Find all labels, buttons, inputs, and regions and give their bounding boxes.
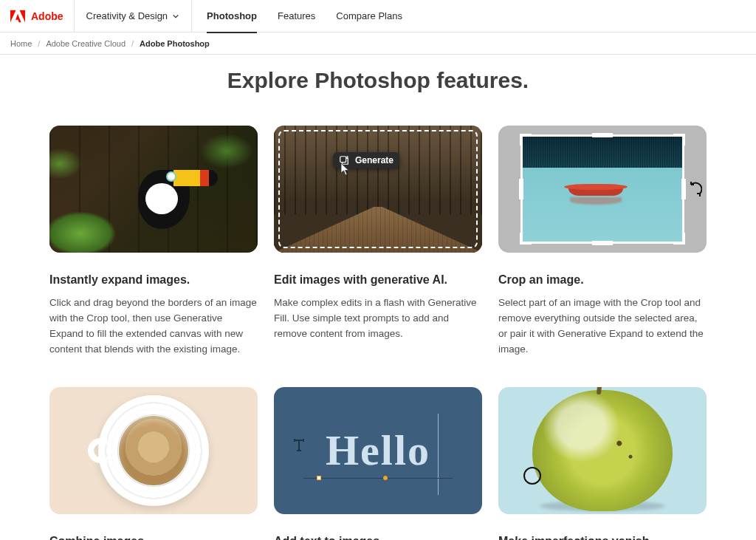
tab-photoshop[interactable]: Photoshop [207, 0, 257, 33]
product-tabs: Photoshop Features Compare Plans [192, 0, 417, 32]
tab-features[interactable]: Features [278, 0, 315, 33]
adobe-logo[interactable]: Adobe [0, 0, 75, 32]
healing-brush-cursor-icon [523, 467, 541, 485]
breadcrumb-separator: / [131, 39, 134, 48]
nav-dropdown-label: Creativity & Design [86, 10, 168, 21]
feature-thumb-crop-image[interactable] [498, 126, 707, 253]
chevron-down-icon [172, 13, 179, 20]
feature-thumb-combine-images[interactable] [49, 387, 258, 514]
text-caret [438, 414, 439, 495]
crop-corner-br [673, 233, 685, 245]
feature-card-crop-image: Crop an image. Select part of an image w… [498, 126, 707, 358]
text-anchor [317, 476, 321, 480]
feature-body: Select part of an image with the Crop to… [498, 295, 707, 358]
crop-corner-bl [520, 233, 532, 245]
breadcrumb-creative-cloud[interactable]: Adobe Creative Cloud [46, 39, 126, 48]
feature-card-add-text: Hello Add text to images. [274, 387, 482, 540]
svg-rect-0 [340, 157, 346, 163]
adobe-logo-text: Adobe [31, 10, 63, 22]
text-anchor [383, 476, 388, 480]
page-title: Explore Photoshop features. [0, 68, 756, 93]
features-grid: Instantly expand images. Click and drag … [0, 126, 756, 540]
crop-frame [520, 134, 684, 244]
feature-title: Combine images. [49, 535, 258, 540]
feature-title: Instantly expand images. [49, 273, 258, 287]
crop-corner-tr [673, 134, 685, 146]
sample-text: Hello [326, 425, 430, 475]
generate-label: Generate [355, 155, 394, 165]
feature-card-generative-ai: Generate Edit images with generative AI.… [274, 126, 482, 358]
feature-card-expand-images: Instantly expand images. Click and drag … [49, 126, 258, 358]
text-baseline [303, 478, 453, 479]
feature-card-remove-imperfections: Make imperfections vanish. [498, 387, 707, 540]
crop-handle-bottom [592, 241, 613, 245]
feature-card-combine-images: Combine images. [49, 387, 258, 540]
rotate-icon [689, 180, 702, 198]
crop-corner-tl [520, 134, 532, 146]
cursor-icon [340, 163, 351, 176]
feature-title: Add text to images. [274, 535, 482, 540]
nav-creativity-design[interactable]: Creativity & Design [75, 0, 193, 32]
crop-handle-top [592, 133, 613, 137]
breadcrumb: Home / Adobe Creative Cloud / Adobe Phot… [0, 33, 756, 55]
feature-title: Edit images with generative AI. [274, 273, 482, 287]
breadcrumb-separator: / [38, 39, 40, 48]
type-tool-icon [290, 436, 308, 454]
crop-handle-right [681, 179, 686, 199]
feature-thumb-add-text[interactable]: Hello [274, 387, 482, 514]
top-bar: Adobe Creativity & Design Photoshop Feat… [0, 0, 756, 33]
feature-thumb-generative-ai[interactable]: Generate [274, 126, 482, 253]
crop-handle-left [519, 179, 523, 199]
feature-body: Make complex edits in a flash with Gener… [274, 295, 482, 342]
feature-title: Crop an image. [498, 273, 707, 287]
feature-thumb-remove-imperfections[interactable] [498, 387, 707, 514]
breadcrumb-current: Adobe Photoshop [140, 39, 210, 48]
breadcrumb-home[interactable]: Home [10, 39, 32, 48]
feature-title: Make imperfections vanish. [498, 535, 707, 540]
feature-thumb-expand-images[interactable] [49, 126, 258, 253]
adobe-logo-icon [10, 10, 25, 23]
feature-body: Click and drag beyond the borders of an … [49, 295, 258, 358]
tab-compare-plans[interactable]: Compare Plans [336, 0, 402, 33]
